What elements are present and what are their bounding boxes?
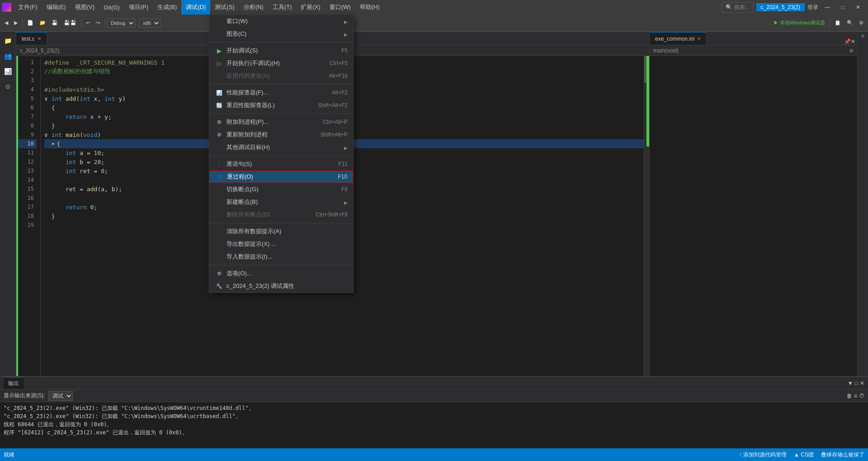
step-into-icon: ↓ [215,161,224,168]
debug-menu-step-into[interactable]: ↓ 逐语句(S) F11 [209,158,353,170]
menu-test[interactable]: 测试(S) [210,0,239,14]
toolbar-separator-3 [104,19,105,28]
debug-menu-attach[interactable]: ⚙ 附加到进程(P)... Ctrl+Alt+P [209,116,353,128]
menu-build[interactable]: 生成(B) [153,0,181,14]
new-project-button[interactable]: 📄 [24,19,36,27]
debug-menu-start-nodebug[interactable]: ▷ 开始执行(不调试)(H) Ctrl+F5 [209,57,353,70]
debug-menu-toggle-bp[interactable]: 切换断点(G) F9 [209,183,353,196]
debug-menu-step-over[interactable]: ↻ 逐过程(O) F10 [209,170,353,183]
debug-menu-reattach[interactable]: ⚙ 重新附加到进程 Shift+Alt+P [209,128,353,141]
menu-debug[interactable]: 调试(D) [181,0,210,14]
debug-menu-perf[interactable]: 📊 性能探查器(F)... Alt+F2 [209,86,353,99]
tab-close-test-c[interactable]: ✕ [38,36,41,41]
title-bar-right: 🔍 搜索... c_2024_5_23(2) 登录 — □ ✕ [722,2,868,13]
debug-menu-graphics[interactable]: 图形(C) [209,28,353,40]
menu-window[interactable]: 窗口(W) [325,0,355,14]
status-extra: 叠择存储么被保了 [821,451,864,459]
maximize-button[interactable]: □ [836,3,849,12]
sidebar-solution-explorer[interactable]: 📁 [1,33,15,48]
output-clear-btn[interactable]: 🗑 [847,393,852,399]
debug-menu-window[interactable]: 窗口(W) [209,15,353,28]
ln-9: 9 [18,130,37,139]
redo-button[interactable]: ↪ [93,19,103,27]
menu-edit[interactable]: 编辑(E) [42,0,71,14]
output-wrap-btn[interactable]: ≡ [854,393,857,399]
status-text: 就绪 [4,451,14,459]
right-panel-close[interactable]: ✕ [851,38,855,45]
ln-11: 11 [18,148,37,157]
right-tab-exe-common[interactable]: exe_common.inl ✕ [650,32,707,45]
menu-git[interactable]: Git(G) [99,0,124,14]
menu-help[interactable]: 帮助(H) [355,0,384,14]
menu-extensions[interactable]: 扩展(X) [296,0,325,14]
output-find-btn[interactable]: ⏱ [859,393,864,399]
status-cs-team[interactable]: ▲ CS团 [794,451,814,459]
right-panel-pin[interactable]: 📌 [844,38,851,45]
debug-menu-import-datatips[interactable]: 导入数据提示(I)... [209,250,353,263]
bottom-panel-expand[interactable]: □ [855,380,858,386]
options-icon: ⚙ [215,271,224,277]
toolbar-btn-2[interactable]: 🔍 [844,19,856,27]
save-button[interactable]: 💾 [49,19,61,27]
start-nodebug-icon: ▷ [215,60,224,67]
menu-analyze[interactable]: 分析(N) [239,0,268,14]
debug-menu-options[interactable]: ⚙ 选项(O)... [209,267,353,280]
sidebar-team-explorer[interactable]: 👥 [1,49,15,63]
menu-project[interactable]: 项目(P) [124,0,153,14]
debug-menu-export-datatips[interactable]: 导出数据提示(X) ... [209,238,353,250]
undo-button[interactable]: ↩ [83,19,93,27]
debug-mode-dropdown[interactable]: Debug [107,19,135,28]
right-tab-label: exe_common.inl [655,36,694,42]
bottom-panel-minimize[interactable]: ▼ [848,380,853,386]
toolbar-btn-1[interactable]: 📋 [832,19,844,27]
bottom-tab-bar: 输出 ▼ □ ✕ [0,377,868,390]
sidebar-class-view[interactable]: 📊 [1,64,15,79]
ln-12: 12 [18,157,37,166]
toolbar-btn-3[interactable]: ⚙ [856,19,866,27]
minimize-button[interactable]: — [821,3,834,12]
step-over-icon: ↻ [215,173,224,180]
output-source-dropdown[interactable]: 调试 [48,391,73,401]
right-tab-close[interactable]: ✕ [697,36,701,41]
bottom-tab-output[interactable]: 输出 [4,377,24,389]
debug-menu-other-targets[interactable]: 其他调试目标(H) [209,141,353,154]
debug-menu-clear-datatips[interactable]: 清除所有数据提示(A) [209,225,353,238]
sep-3 [209,113,353,114]
status-source-control[interactable]: ↑ 添加到源代码管理 [739,451,787,459]
back-button[interactable]: ◀ [2,19,11,27]
login-label[interactable]: 登录 [807,4,818,11]
output-line-1: "c_2024_5_23(2).exe" (Win32): 已加载 "C:\Wi… [4,404,864,412]
close-button[interactable]: ✕ [852,3,864,12]
search-placeholder: 搜索... [734,4,750,11]
debug-menu-properties[interactable]: 🔧 c_2024_5_23(2) 调试属性 [209,280,353,292]
output-line-3: 线程 68644 已退出，返回值为 0 (0x0)。 [4,420,864,428]
sep-5 [209,223,353,223]
debug-menu-restart-perf[interactable]: 🔄 重启性能探查器(L) Shift+Alt+F2 [209,99,353,112]
toolbar: ◀ ▶ 📄 📁 💾 💾💾 ↩ ↪ Debug x86 ▶ 本地Windows调试… [0,14,868,32]
status-bar-right: ↑ 添加到源代码管理 ▲ CS团 叠择存储么被保了 [739,451,864,459]
toolbar-separator-2 [81,19,81,28]
debug-menu-apply-code[interactable]: 应用代码更改(A) Alt+F10 [209,70,353,82]
menu-tools[interactable]: 工具(T) [268,0,297,14]
ln-8: 8 [18,121,37,130]
save-all-button[interactable]: 💾💾 [61,19,79,27]
ln-1: 1 [18,58,37,67]
run-button[interactable]: ▶ 本地Windows调试器 [771,19,828,27]
right-panel-btn-1[interactable]: ⚙ [861,33,865,38]
other-targets-arrow [344,144,348,151]
debug-menu-new-bp[interactable]: 新建断点(B) [209,196,353,208]
start-debug-icon: ▶ [215,47,224,54]
open-button[interactable]: 📁 [37,19,48,27]
bottom-panel-close[interactable]: ✕ [860,380,864,386]
forward-button[interactable]: ▶ [11,19,20,27]
ln-15: 15 [18,184,37,193]
debug-menu-delete-all-bp[interactable]: 删除所有断点(D) Ctrl+Shift+F9 [209,208,353,221]
title-bar: 文件(F) 编辑(E) 视图(V) Git(G) 项目(P) 生成(B) 调试(… [0,0,868,14]
menu-view[interactable]: 视图(V) [71,0,99,14]
debug-menu-start-debug[interactable]: ▶ 开始调试(S) F5 [209,44,353,57]
sidebar-properties[interactable]: ⚙ [1,80,15,94]
arch-dropdown[interactable]: x86 [139,19,160,28]
tab-test-c[interactable]: test.c ✕ [16,32,47,45]
menu-file[interactable]: 文件(F) [14,0,42,14]
properties-icon: 🔧 [215,283,224,289]
